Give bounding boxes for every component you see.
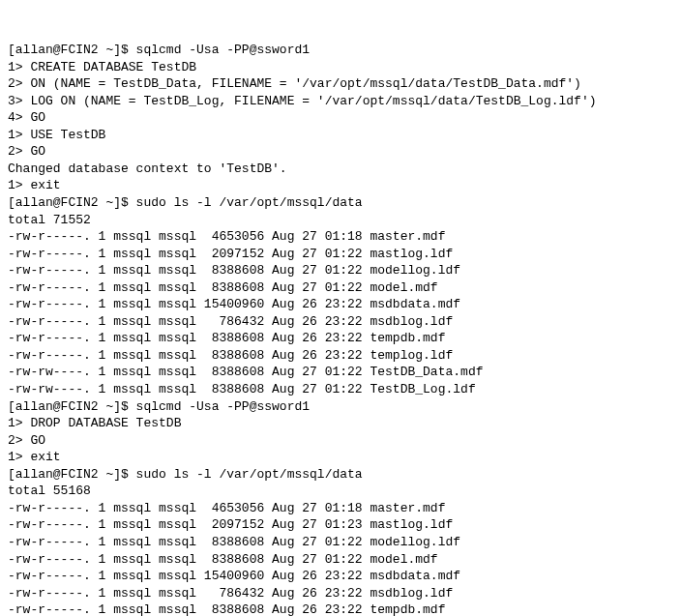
terminal-line: -rw-r-----. 1 mssql mssql 8388608 Aug 26…	[8, 347, 673, 365]
terminal-line: -rw-r-----. 1 mssql mssql 8388608 Aug 27…	[8, 551, 673, 569]
terminal-line: -rw-r-----. 1 mssql mssql 786432 Aug 26 …	[8, 585, 673, 602]
terminal-line: total 71552	[8, 212, 673, 229]
terminal-line: -rw-rw----. 1 mssql mssql 8388608 Aug 27…	[8, 381, 673, 398]
terminal-line: -rw-r-----. 1 mssql mssql 15400960 Aug 2…	[8, 296, 673, 313]
terminal-line: -rw-r-----. 1 mssql mssql 8388608 Aug 27…	[8, 534, 673, 551]
terminal-line: 1> exit	[8, 177, 673, 194]
terminal-line: total 55168	[8, 483, 673, 500]
terminal-line: [allan@FCIN2 ~]$ sqlcmd -Usa -PP@ssword1	[8, 398, 673, 416]
terminal-line: 1> USE TestDB	[8, 127, 673, 144]
terminal-line: -rw-r-----. 1 mssql mssql 4653056 Aug 27…	[8, 500, 673, 517]
terminal-line: -rw-r-----. 1 mssql mssql 15400960 Aug 2…	[8, 568, 673, 585]
terminal-line: -rw-r-----. 1 mssql mssql 8388608 Aug 26…	[8, 330, 673, 347]
terminal-line: -rw-r-----. 1 mssql mssql 8388608 Aug 27…	[8, 262, 673, 279]
terminal-line: 1> CREATE DATABASE TestDB	[8, 59, 673, 76]
terminal-line: 3> LOG ON (NAME = TestDB_Log, FILENAME =…	[8, 93, 673, 110]
terminal-line: 2> GO	[8, 432, 673, 450]
terminal-line: -rw-r-----. 1 mssql mssql 8388608 Aug 26…	[8, 601, 673, 616]
terminal-line: [allan@FCIN2 ~]$ sqlcmd -Usa -PP@ssword1	[8, 42, 673, 59]
terminal-line: -rw-r-----. 1 mssql mssql 786432 Aug 26 …	[8, 313, 673, 331]
terminal-line: 1> exit	[8, 449, 673, 466]
terminal-line: 2> ON (NAME = TestDB_Data, FILENAME = '/…	[8, 75, 673, 93]
terminal-line: -rw-r-----. 1 mssql mssql 2097152 Aug 27…	[8, 246, 673, 263]
terminal-line: [allan@FCIN2 ~]$ sudo ls -l /var/opt/mss…	[8, 466, 673, 484]
terminal-line: [allan@FCIN2 ~]$ sudo ls -l /var/opt/mss…	[8, 194, 673, 212]
terminal-output: [allan@FCIN2 ~]$ sqlcmd -Usa -PP@ssword1…	[8, 42, 673, 616]
terminal-line: 2> GO	[8, 143, 673, 161]
terminal-line: -rw-rw----. 1 mssql mssql 8388608 Aug 27…	[8, 364, 673, 381]
terminal-line: -rw-r-----. 1 mssql mssql 2097152 Aug 27…	[8, 516, 673, 534]
terminal-line: -rw-r-----. 1 mssql mssql 4653056 Aug 27…	[8, 228, 673, 246]
terminal-line: -rw-r-----. 1 mssql mssql 8388608 Aug 27…	[8, 279, 673, 297]
terminal-line: 1> DROP DATABASE TestDB	[8, 415, 673, 432]
terminal-line: Changed database context to 'TestDB'.	[8, 161, 673, 178]
terminal-line: 4> GO	[8, 109, 673, 127]
